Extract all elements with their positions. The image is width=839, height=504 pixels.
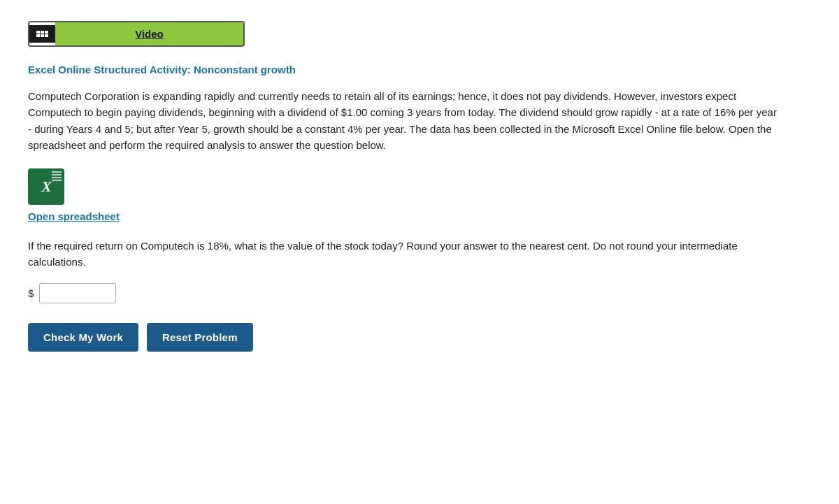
section-title: Excel Online Structured Activity: Noncon…: [28, 64, 783, 75]
grid-cell: [41, 31, 44, 34]
excel-line: [52, 180, 62, 181]
answer-input[interactable]: [39, 283, 116, 303]
excel-lines: [52, 171, 62, 181]
open-spreadsheet-link[interactable]: Open spreadsheet: [28, 210, 120, 222]
dollar-sign: $: [28, 287, 34, 299]
excel-line: [52, 177, 62, 178]
page-container: Video Excel Online Structured Activity: …: [0, 0, 811, 373]
answer-input-row: $: [28, 283, 783, 303]
buttons-row: Check My Work Reset Problem: [28, 323, 783, 352]
grid-cell: [45, 31, 48, 34]
excel-icon-wrapper[interactable]: X: [28, 168, 783, 205]
grid-cell: [41, 34, 44, 37]
video-button[interactable]: Video: [28, 21, 245, 47]
grid-cell: [36, 31, 40, 34]
grid-icon: [36, 31, 48, 37]
excel-icon[interactable]: X: [28, 168, 64, 205]
reset-problem-button[interactable]: Reset Problem: [147, 323, 253, 352]
video-icon-box: [29, 25, 55, 43]
excel-line: [52, 171, 62, 173]
check-my-work-button[interactable]: Check My Work: [28, 323, 138, 352]
excel-line: [52, 174, 62, 175]
grid-cell: [36, 34, 40, 37]
video-label-box[interactable]: Video: [55, 22, 243, 45]
grid-cell: [45, 34, 48, 37]
video-label: Video: [135, 28, 164, 40]
question-text: If the required return on Computech is 1…: [28, 238, 783, 271]
excel-x-letter: X: [41, 178, 51, 196]
body-paragraph: Computech Corporation is expanding rapid…: [28, 88, 783, 153]
